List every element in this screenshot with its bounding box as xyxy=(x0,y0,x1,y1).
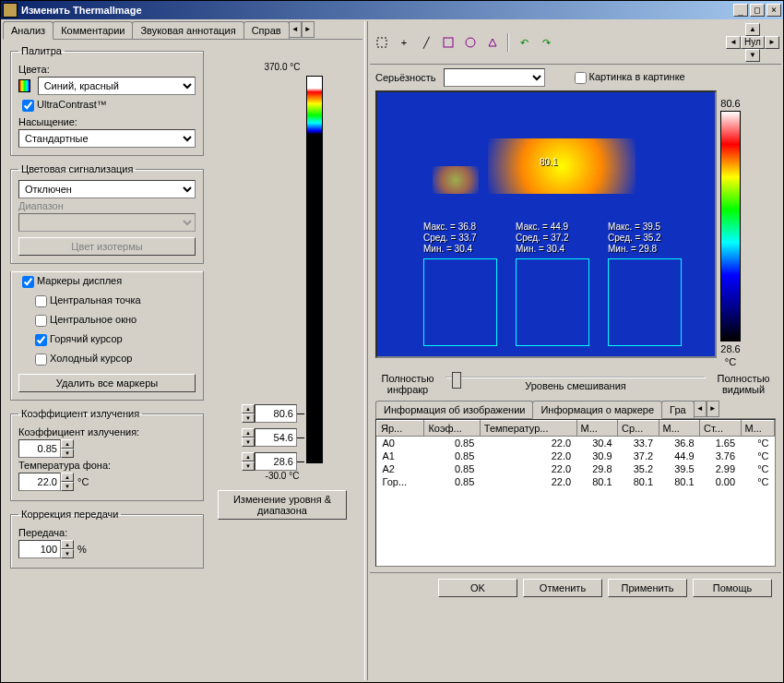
scale-bottom-label: -30.0 °C xyxy=(266,471,300,481)
table-row[interactable]: A00.8522.030.433.736.81.65°C xyxy=(377,437,775,450)
delete-markers-button[interactable]: Удалить все маркеры xyxy=(18,374,196,392)
saturation-select[interactable]: Стандартные xyxy=(18,129,196,148)
tab-scroll-left-icon[interactable]: ◄ xyxy=(289,21,302,38)
info-tab-right-icon[interactable]: ► xyxy=(707,401,719,417)
spin-down-icon: ▼ xyxy=(61,449,74,458)
tool-line-icon[interactable]: ╱ xyxy=(416,32,436,53)
tab-help[interactable]: Справ xyxy=(244,21,290,39)
markers-group: Маркеры дисплея Центральная точка Центра… xyxy=(10,271,204,401)
palette-swatch-icon xyxy=(18,79,30,92)
cold-cursor-checkbox[interactable]: Холодный курсор xyxy=(31,351,132,368)
table-row[interactable]: Гор...0.8522.080.180.180.10.00°C xyxy=(377,475,775,488)
marker-table[interactable]: Яр...Коэф...Температур...М...Ср...М...Ст… xyxy=(375,419,776,567)
saturation-label: Насыщение: xyxy=(18,116,196,127)
tool-rect-icon[interactable] xyxy=(438,32,458,53)
tab-comments[interactable]: Комментарии xyxy=(53,21,133,39)
table-header[interactable]: М... xyxy=(576,421,618,437)
center-point-checkbox[interactable]: Центральная точка xyxy=(31,293,141,310)
tool-cross-icon[interactable]: + xyxy=(394,32,414,53)
table-header[interactable]: Температур... xyxy=(480,421,576,437)
slider-center-label: Уровень смешивания xyxy=(525,380,626,391)
table-header[interactable]: Яр... xyxy=(377,421,424,437)
table-header[interactable]: Коэф... xyxy=(424,421,480,437)
tool-pointer-icon[interactable] xyxy=(372,32,392,53)
info-tab-left-icon[interactable]: ◄ xyxy=(694,401,707,417)
ultracontrast-checkbox[interactable]: UltraContrast™ xyxy=(18,97,107,114)
severity-label: Серьёзность xyxy=(375,72,436,83)
nav-down-icon[interactable]: ▼ xyxy=(745,49,760,62)
help-button[interactable]: Помощь xyxy=(693,579,772,597)
alarm-mode-select[interactable]: Отключен xyxy=(18,180,196,198)
table-header[interactable]: М... xyxy=(741,421,774,437)
app-window: Изменить ThermalImage _ □ × Анализ Комме… xyxy=(0,0,784,683)
maximize-button[interactable]: □ xyxy=(750,4,765,17)
bgtemp-unit: °C xyxy=(77,476,89,487)
table-header[interactable]: Ср... xyxy=(618,421,659,437)
scale-spin1[interactable]: ▲▼ xyxy=(242,404,304,423)
colors-select[interactable]: Синий, красный xyxy=(38,77,196,95)
roi-a0[interactable] xyxy=(423,258,497,346)
coeff-spinner[interactable]: ▲▼ xyxy=(18,439,196,458)
center-temp: 80.1 xyxy=(540,157,557,167)
scale-column: 370.0 °C ▲▼ ▲▼ ▲▼ -30.0 °C Изменение уро… xyxy=(209,45,355,675)
thermal-area: 80.1 Макс. = 36.8 Сред. = 33.7 Мин. = 30… xyxy=(370,90,781,367)
nav-right-icon[interactable]: ► xyxy=(765,36,779,49)
tool-ellipse-icon[interactable] xyxy=(460,32,481,53)
tab-marker-info[interactable]: Информация о маркере xyxy=(532,401,662,419)
markers-enable-checkbox[interactable]: Маркеры дисплея xyxy=(18,273,122,291)
tab-analysis[interactable]: Анализ xyxy=(3,21,53,40)
left-pane: Анализ Комментарии Звуковая аннотация Сп… xyxy=(3,21,362,680)
splitter[interactable] xyxy=(364,21,368,680)
left-tabs: Анализ Комментарии Звуковая аннотация Сп… xyxy=(3,21,362,40)
palette-group: Палитра Цвета: Синий, красный UltraContr… xyxy=(10,45,204,156)
severity-select[interactable] xyxy=(444,68,545,87)
apply-button[interactable]: Применить xyxy=(608,579,687,597)
transmit-spinner[interactable]: ▲▼ xyxy=(18,540,74,558)
scale-spin3[interactable]: ▲▼ xyxy=(242,452,304,471)
tool-rotate-right-icon[interactable]: ↷ xyxy=(536,32,556,53)
table-header[interactable]: М... xyxy=(659,421,700,437)
close-button[interactable]: × xyxy=(766,4,781,17)
titlebar: Изменить ThermalImage _ □ × xyxy=(1,1,783,19)
transmission-legend: Коррекция передачи xyxy=(18,509,121,520)
colorbar-top: 80.6 xyxy=(720,98,740,109)
transmit-unit: % xyxy=(77,544,87,555)
nav-up-icon[interactable]: ▲ xyxy=(745,23,760,36)
nav-center-button[interactable]: Нул xyxy=(741,36,765,49)
tab-audio[interactable]: Звуковая аннотация xyxy=(132,21,244,39)
thermal-image[interactable]: 80.1 Макс. = 36.8 Сред. = 33.7 Мин. = 30… xyxy=(375,90,717,358)
dialog-footer: OK Отменить Применить Помощь xyxy=(370,572,781,603)
minimize-button[interactable]: _ xyxy=(733,4,748,17)
tab-image-info[interactable]: Информация об изображении xyxy=(375,401,533,418)
roi-a1[interactable] xyxy=(516,258,589,346)
pip-checkbox[interactable]: Картинка в картинке xyxy=(571,69,685,87)
table-row[interactable]: A20.8522.029.835.239.52.99°C xyxy=(377,462,775,475)
table-row[interactable]: A10.8522.030.937.244.93.76°C xyxy=(377,449,775,462)
ok-button[interactable]: OK xyxy=(438,579,517,597)
cancel-button[interactable]: Отменить xyxy=(523,579,602,597)
app-icon xyxy=(3,3,18,18)
transmit-label: Передача: xyxy=(18,527,67,538)
window-title: Изменить ThermalImage xyxy=(21,5,731,16)
level-span-button[interactable]: Изменение уровня & диапазона xyxy=(218,490,347,520)
table-header[interactable]: Ст... xyxy=(700,421,742,437)
scale-spin2[interactable]: ▲▼ xyxy=(242,428,304,447)
nav-left-icon[interactable]: ◄ xyxy=(726,36,741,49)
scale-bar xyxy=(306,76,323,463)
slider-right-label: Полностью видимый xyxy=(711,373,776,395)
tool-poly-icon[interactable] xyxy=(482,32,503,53)
roi-a2[interactable] xyxy=(608,258,682,346)
tab-gra[interactable]: Гра xyxy=(661,401,695,418)
right-pane: + ╱ ↶ ↷ ▲ ◄ Нул ► ▼ С xyxy=(370,21,781,680)
hot-cursor-checkbox[interactable]: Горячий курсор xyxy=(31,331,123,349)
center-window-checkbox[interactable]: Центральное окно xyxy=(31,312,137,330)
blend-slider[interactable] xyxy=(445,377,706,378)
bgtemp-spinner[interactable]: ▲▼ xyxy=(18,473,74,491)
tool-rotate-left-icon[interactable]: ↶ xyxy=(514,32,534,53)
svg-marker-3 xyxy=(489,39,496,46)
tab-scroll-right-icon[interactable]: ► xyxy=(302,21,315,38)
slider-thumb[interactable] xyxy=(452,372,461,389)
color-alarm-legend: Цветовая сигнализация xyxy=(18,163,136,174)
color-alarm-group: Цветовая сигнализация Отключен Диапазон … xyxy=(10,163,204,264)
svg-rect-0 xyxy=(377,38,386,47)
